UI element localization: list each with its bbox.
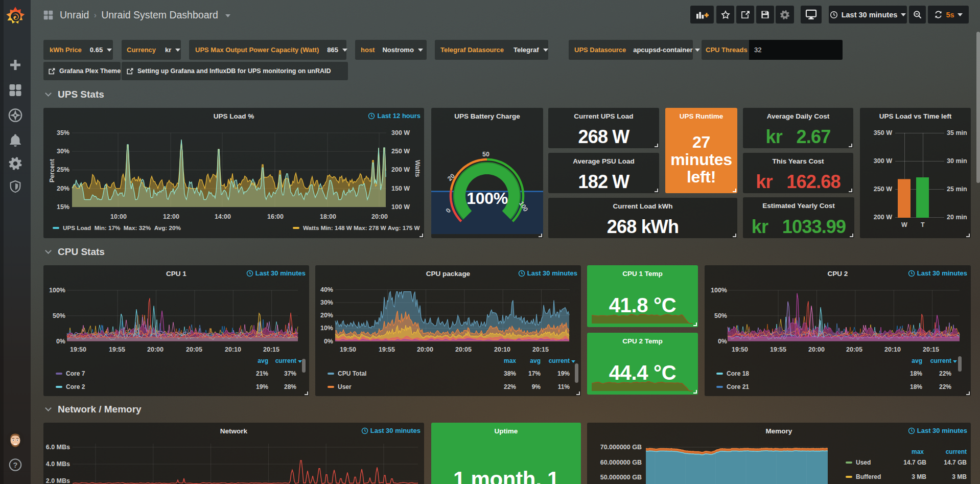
svg-text:?: ? <box>13 461 18 469</box>
